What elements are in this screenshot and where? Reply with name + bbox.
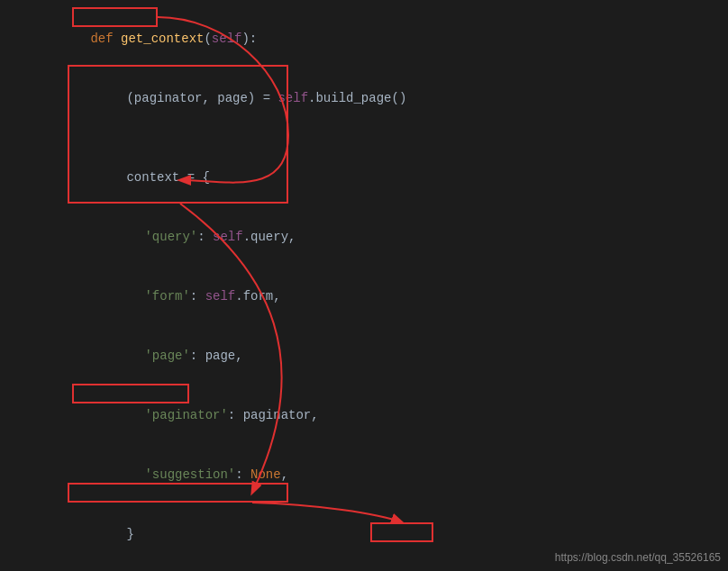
code-line-1: def get_context(self): [0,9,728,68]
code-container: def get_context(self): (paginator, page)… [0,0,728,571]
code-line-8: 'paginator': paginator, [0,385,728,445]
code-line-11 [0,564,728,571]
code-line-3 [0,128,728,148]
code-line-7: 'page': page, [0,326,728,385]
code-line-4: context = { [0,148,728,207]
code-line-9: 'suggestion': None, [0,445,728,504]
code-line-6: 'form': self.form, [0,267,728,326]
code-line-2: (paginator, page) = self.build_page() [0,68,728,128]
code-line-5: 'query': self.query, [0,207,728,267]
watermark: https://blog.csdn.net/qq_35526165 [555,551,721,564]
keyword-def: def [90,32,121,46]
func-name: get_context [121,32,204,46]
